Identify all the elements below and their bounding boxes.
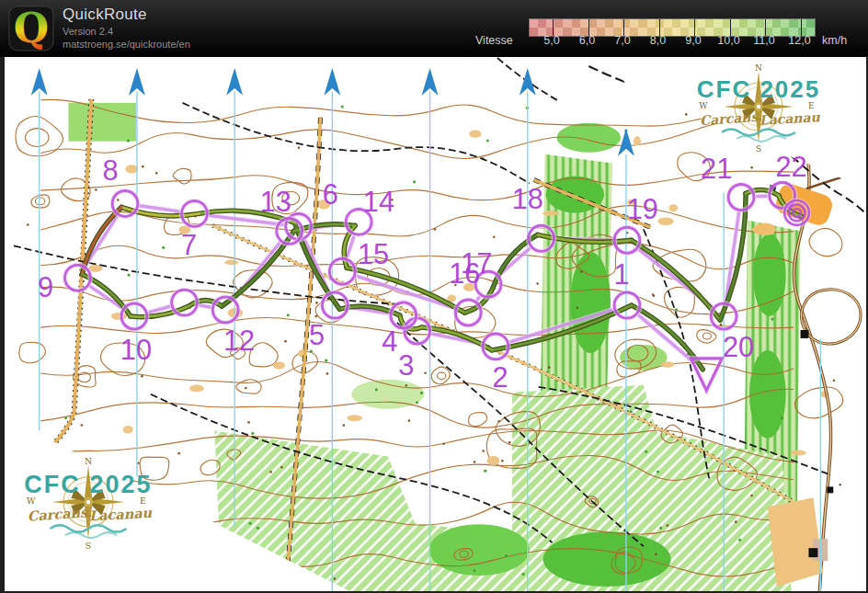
gradient-cell	[638, 19, 646, 28]
legend-tick-label: 5,0	[543, 34, 559, 47]
gradient-cell	[664, 19, 672, 28]
control-number-21: 21	[701, 153, 732, 185]
control-number-18: 18	[512, 183, 543, 215]
legend-tick-label: 11,0	[753, 34, 774, 47]
gradient-cell	[789, 19, 797, 28]
control-number-3: 3	[398, 349, 414, 382]
gradient-cell	[530, 19, 538, 28]
legend-tick-label: 7,0	[614, 34, 630, 47]
gradient-cell	[630, 19, 638, 28]
legend-tick-label: 6,0	[579, 34, 595, 47]
legend-tick-label: 10,0	[717, 34, 739, 47]
control-number-2: 2	[492, 361, 508, 393]
control-number-14: 14	[363, 186, 394, 218]
gradient-cell	[697, 19, 705, 28]
quickroute-logo-icon: Q	[8, 6, 54, 51]
gradient-cell	[613, 19, 622, 28]
gradient-cell	[731, 19, 739, 28]
gradient-cell	[739, 28, 748, 36]
control-number-12: 12	[223, 325, 255, 357]
gradient-cell	[563, 28, 571, 36]
control-number-8: 8	[103, 154, 119, 187]
control-number-19: 19	[627, 193, 658, 225]
control-number-13: 13	[260, 186, 291, 218]
header-bar: Q QuickRoute Version 2.4 matstroeng.se/q…	[0, 0, 868, 58]
app-title: QuickRoute	[63, 6, 190, 24]
map-canvas[interactable]: 123456789101213141516171819202122	[5, 57, 866, 591]
gradient-cell	[672, 28, 680, 36]
gradient-cell	[739, 19, 748, 28]
gradient-cell	[772, 19, 781, 28]
gradient-cell	[705, 19, 714, 28]
course-leg	[199, 305, 211, 307]
gradient-cell	[605, 19, 613, 28]
gradient-cell	[538, 19, 546, 28]
gradient-cell	[554, 19, 563, 28]
gradient-cell	[630, 28, 638, 36]
title-block: QuickRoute Version 2.4 matstroeng.se/qui…	[63, 6, 190, 50]
speed-legend: Vitesse 5,06,07,08,09,010,011,012,0 km/h	[475, 18, 866, 51]
control-number-6: 6	[323, 178, 338, 211]
quickroute-window: Q QuickRoute Version 2.4 matstroeng.se/q…	[0, 0, 868, 593]
control-number-10: 10	[120, 334, 152, 366]
gradient-cell	[689, 19, 697, 28]
control-number-9: 9	[38, 271, 53, 303]
gradient-cell	[530, 28, 538, 36]
control-number-7: 7	[181, 229, 197, 261]
gradient-cell	[572, 19, 580, 28]
legend-unit: km/h	[822, 34, 847, 47]
gradient-cell	[638, 28, 646, 36]
legend-tick-label: 9,0	[685, 34, 701, 47]
control-number-22: 22	[775, 151, 806, 183]
app-version: Version 2.4	[63, 26, 190, 37]
gradient-cell	[714, 19, 722, 28]
control-number-4: 4	[382, 325, 397, 358]
control-number-1: 1	[613, 258, 629, 291]
course-leg	[756, 196, 768, 197]
control-number-5: 5	[309, 319, 325, 351]
legend-tick-label: 8,0	[650, 34, 666, 47]
gradient-cell	[597, 28, 605, 36]
control-number-15: 15	[358, 238, 389, 270]
app-url: matstroeng.se/quickroute/en	[63, 39, 190, 50]
legend-label: Vitesse	[475, 34, 513, 47]
gradient-cell	[705, 28, 714, 36]
gradient-cell	[781, 19, 789, 28]
gradient-cell	[588, 19, 597, 28]
gradient-cell	[806, 19, 815, 28]
gradient-cell	[756, 19, 764, 28]
gradient-cell	[605, 28, 613, 36]
gradient-cell	[563, 19, 571, 28]
logo-letter: Q	[14, 6, 49, 51]
gradient-cell	[597, 19, 605, 28]
control-number-17: 17	[461, 247, 492, 279]
gradient-cell	[748, 19, 756, 28]
control-number-20: 20	[723, 331, 754, 363]
legend-tick-label: 12,0	[788, 34, 810, 47]
gradient-cell	[680, 19, 689, 28]
gradient-cell	[647, 19, 656, 28]
gradient-cell	[798, 19, 806, 28]
map-area: 123456789101213141516171819202122 N E S …	[0, 57, 868, 593]
gradient-cell	[672, 19, 680, 28]
gradient-cell	[580, 19, 588, 28]
